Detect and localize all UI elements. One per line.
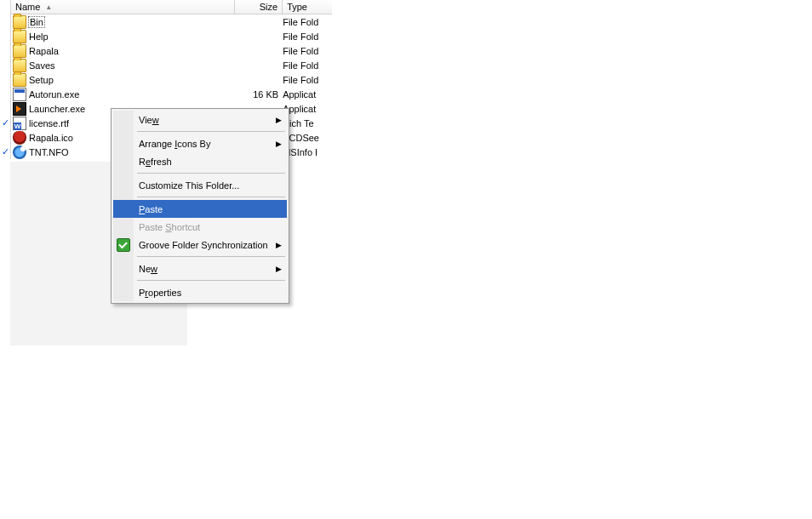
file-type: Applicat [283,89,332,100]
submenu-arrow-icon: ▶ [276,140,282,148]
file-type: File Fold [283,60,332,71]
folder-icon [13,30,26,43]
folder-icon [13,73,26,87]
file-row[interactable]: Autorun.exe16 KBApplicat [11,87,332,101]
folder-icon [13,44,26,58]
groove-icon [117,238,130,252]
menu-item-label: View [139,115,159,125]
file-name: Setup [28,75,54,85]
menu-item: Paste Shortcut [113,218,287,236]
menu-item-label: Paste [139,204,163,214]
menu-separator [113,194,287,200]
rtf-icon [13,117,26,130]
menu-item[interactable]: View▶ [113,111,287,128]
file-name: Rapala [28,46,60,56]
menu-item[interactable]: Refresh [113,152,287,170]
submenu-arrow-icon: ▶ [276,265,282,273]
file-type: File Fold [283,17,332,27]
menu-item-label: Customize This Folder... [139,180,239,191]
menu-item[interactable]: Paste [113,200,287,218]
file-type: Applicat [283,104,332,114]
ico-icon [13,131,26,145]
column-header-size[interactable]: Size [235,0,283,14]
file-size: 16 KB [235,89,283,100]
file-type: File Fold [283,31,332,42]
file-row[interactable]: SetupFile Fold [11,72,332,87]
exe-icon [13,88,26,101]
file-name: Rapala.ico [28,133,74,143]
checkmark-icon: ✓ [2,117,9,128]
checkmark-icon: ✓ [2,146,9,157]
column-header-size-label: Size [260,2,277,12]
file-name: license.rtf [28,118,70,128]
menu-item-label: New [139,264,157,274]
menu-separator [113,128,287,134]
launcher-icon [13,102,26,116]
menu-item[interactable]: Properties [113,283,287,301]
menu-item-label: Paste Shortcut [139,222,200,232]
column-header-row: Name ▲ Size Type [11,0,332,14]
menu-item[interactable]: Groove Folder Synchronization▶ [113,236,287,254]
menu-separator [113,254,287,260]
file-type: MSInfo I [283,147,332,157]
file-type: Rich Te [283,118,332,128]
menu-item[interactable]: Arrange Icons By▶ [113,134,287,152]
folder-icon [13,15,26,29]
column-header-type[interactable]: Type [283,0,332,14]
menu-item-label: Arrange Icons By [139,139,210,149]
file-type: ACDSee [283,133,332,143]
file-name: Help [28,31,49,42]
file-row[interactable]: RapalaFile Fold [11,43,332,58]
file-type: File Fold [283,75,332,85]
context-menu: View▶Arrange Icons By▶RefreshCustomize T… [111,108,289,304]
menu-item[interactable]: Customize This Folder... [113,176,287,194]
menu-item-label: Groove Folder Synchronization [139,240,268,250]
file-name: Saves [28,60,56,71]
menu-item-label: Refresh [139,157,172,167]
folder-icon [13,59,26,72]
column-header-name[interactable]: Name ▲ [11,0,235,14]
submenu-arrow-icon: ▶ [276,241,282,249]
column-header-type-label: Type [287,2,307,12]
file-name: Autorun.exe [28,89,80,100]
menu-separator [113,277,287,283]
file-row[interactable]: HelpFile Fold [11,29,332,43]
menu-item-label: Properties [139,288,181,298]
menu-separator [113,170,287,176]
submenu-arrow-icon: ▶ [276,116,282,124]
file-name: Launcher.exe [28,104,86,114]
column-header-name-label: Name [15,2,40,12]
nfo-icon [13,145,26,159]
file-name: TNT.NFO [28,147,69,157]
file-name: Bin [28,16,45,28]
file-row[interactable]: BinFile Fold [11,14,332,29]
sort-ascending-icon: ▲ [45,3,52,11]
file-type: File Fold [283,46,332,56]
menu-item[interactable]: New▶ [113,260,287,277]
file-row[interactable]: SavesFile Fold [11,58,332,72]
